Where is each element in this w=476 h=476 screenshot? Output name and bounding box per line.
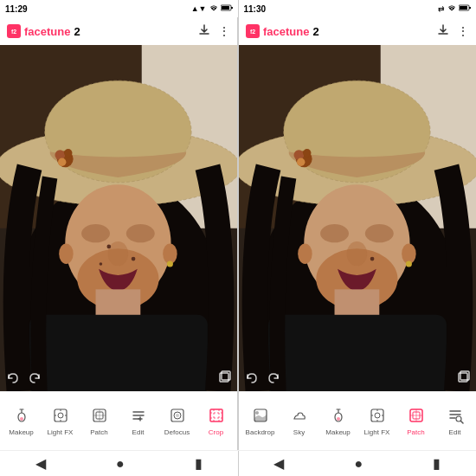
svg-line-105 <box>460 421 463 423</box>
left-logo-suffix: 2 <box>74 25 80 38</box>
toolbar-item-lightfx-left[interactable]: Light FX <box>41 405 80 438</box>
status-icons-right: ⇄ <box>438 3 471 14</box>
right-logo: f2 facetune2 <box>246 24 319 38</box>
svg-text:f2: f2 <box>11 29 16 35</box>
svg-point-72 <box>303 149 311 157</box>
right-logo-text: facetune <box>263 25 309 38</box>
left-photo-area <box>0 45 237 391</box>
svg-point-23 <box>126 224 155 242</box>
edit-icon-left <box>130 407 147 427</box>
toolbar-item-edit-right[interactable]: Edit <box>435 405 474 438</box>
svg-point-19 <box>58 158 66 166</box>
toolbar-item-patch-right[interactable]: Patch <box>396 405 435 438</box>
svg-point-32 <box>167 261 173 267</box>
sky-label-right: Sky <box>293 428 305 436</box>
undo-btn-right[interactable] <box>243 370 261 387</box>
left-header: f2 facetune2 ⋮ <box>0 17 237 45</box>
more-icon-right[interactable]: ⋮ <box>457 24 469 38</box>
nav-back-left[interactable]: ◀ <box>35 455 46 472</box>
redo-btn-right[interactable] <box>265 370 282 387</box>
svg-point-25 <box>106 245 111 249</box>
nav-back-right[interactable]: ◀ <box>273 455 284 472</box>
nav-menu-left[interactable]: ▮ <box>195 455 203 472</box>
status-bar-right-panel: 11:30 ⇄ <box>239 0 477 17</box>
signal-icon-left: ▲▼ <box>191 4 207 13</box>
left-photo-controls <box>4 370 43 387</box>
wifi-icon-left <box>209 3 218 14</box>
right-toolbar: Backdrop Sky Makeup Light FX <box>239 391 476 450</box>
left-toolbar: Makeup Light FX Patch Edit <box>0 391 237 450</box>
svg-point-31 <box>163 243 177 264</box>
backdrop-icon-right <box>252 407 269 427</box>
right-header-icons: ⋮ <box>436 23 469 40</box>
patch-label-left: Patch <box>90 428 107 436</box>
left-header-icons: ⋮ <box>197 23 230 40</box>
toolbar-item-makeup-left[interactable]: Makeup <box>2 405 41 438</box>
svg-rect-1 <box>231 7 233 9</box>
svg-point-22 <box>81 224 110 242</box>
more-icon-left[interactable]: ⋮ <box>218 24 230 38</box>
right-header: f2 facetune2 ⋮ <box>239 17 476 45</box>
toolbar-item-patch-left[interactable]: Patch <box>80 405 119 438</box>
lightfx-icon-right <box>369 407 386 427</box>
svg-rect-55 <box>210 409 222 421</box>
makeup-icon-left <box>13 407 30 427</box>
svg-point-77 <box>365 224 394 242</box>
time-right: 11:30 <box>244 4 267 14</box>
svg-rect-5 <box>460 6 467 10</box>
svg-point-83 <box>402 243 415 264</box>
svg-point-18 <box>64 149 72 157</box>
toolbar-item-edit-left[interactable]: Edit <box>119 405 158 438</box>
toolbar-item-sky-right[interactable]: Sky <box>280 405 318 438</box>
toolbar-item-crop-left[interactable]: Crop <box>196 405 235 438</box>
svg-point-27 <box>100 262 103 266</box>
svg-rect-2 <box>222 6 229 10</box>
svg-rect-91 <box>371 409 383 421</box>
left-logo: f2 facetune2 <box>7 24 80 38</box>
patch-icon-right <box>408 407 425 427</box>
nav-home-right[interactable]: ● <box>354 456 363 472</box>
svg-point-84 <box>406 261 412 267</box>
crop-icon-left <box>208 407 225 427</box>
left-panel: f2 facetune2 ⋮ <box>0 17 238 450</box>
duplicate-btn-left[interactable] <box>217 369 233 387</box>
left-logo-text: facetune <box>24 25 70 38</box>
svg-point-78 <box>347 241 368 266</box>
svg-point-38 <box>58 413 63 418</box>
toolbar-item-defocus-left[interactable]: Defocus <box>158 405 196 438</box>
right-logo-suffix: 2 <box>312 25 318 38</box>
redo-btn-left[interactable] <box>26 370 43 387</box>
main-area: f2 facetune2 ⋮ <box>0 17 476 450</box>
duplicate-btn-right[interactable] <box>456 369 472 387</box>
defocus-label-left: Defocus <box>164 428 190 436</box>
edit-label-left: Edit <box>132 428 145 436</box>
nav-menu-right[interactable]: ▮ <box>433 455 441 472</box>
svg-point-88 <box>255 411 259 415</box>
patch-icon-left <box>91 407 108 427</box>
nav-home-left[interactable]: ● <box>116 456 125 472</box>
backdrop-label-right: Backdrop <box>246 428 275 436</box>
makeup-label-left: Makeup <box>9 428 33 436</box>
svg-point-76 <box>320 224 349 242</box>
download-icon-left[interactable] <box>197 23 211 40</box>
svg-point-24 <box>108 241 129 266</box>
svg-rect-4 <box>469 7 471 9</box>
download-icon-right[interactable] <box>436 23 450 40</box>
left-photo <box>0 45 237 391</box>
toolbar-item-makeup-right[interactable]: Makeup <box>318 405 357 438</box>
right-photo <box>239 45 476 391</box>
right-panel: f2 facetune2 ⋮ <box>238 17 476 450</box>
svg-point-79 <box>370 257 375 261</box>
toolbar-item-backdrop-right[interactable]: Backdrop <box>241 405 280 438</box>
nav-bar: ◀ ● ▮ ◀ ● ▮ <box>0 450 476 476</box>
status-bar: 11:29 ▲▼ 11:30 ⇄ <box>0 0 476 17</box>
undo-btn-left[interactable] <box>4 370 22 387</box>
svg-point-90 <box>337 417 340 421</box>
battery-icon-right <box>459 4 471 13</box>
lightfx-label-right: Light FX <box>364 428 390 436</box>
svg-rect-81 <box>268 315 447 391</box>
svg-rect-29 <box>29 315 208 391</box>
toolbar-item-lightfx-right[interactable]: Light FX <box>357 405 396 438</box>
svg-point-30 <box>59 243 73 264</box>
nav-bar-right: ◀ ● ▮ <box>239 451 477 476</box>
